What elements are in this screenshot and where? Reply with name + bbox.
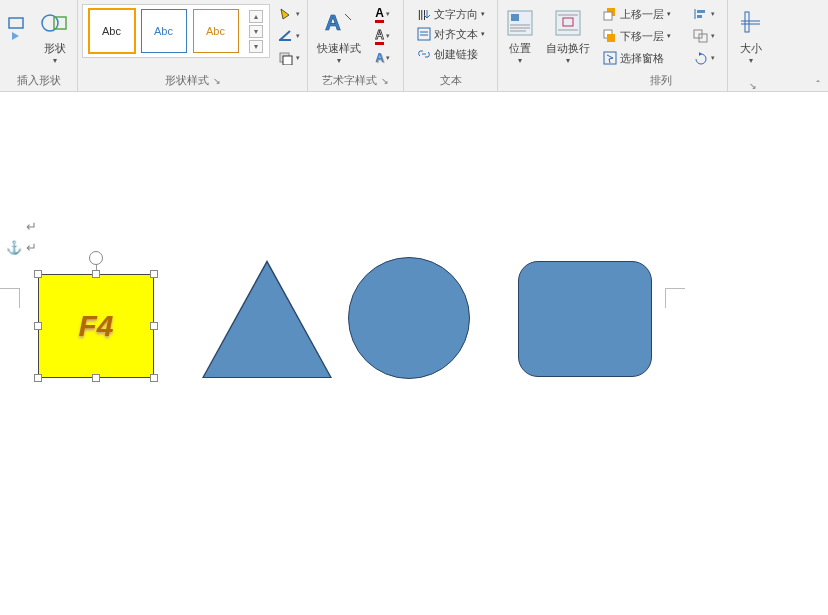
caret-icon: ▾ (296, 54, 300, 62)
group-icon (693, 29, 709, 43)
caret-icon: ▾ (667, 32, 671, 40)
group-label: 文本 (440, 70, 462, 91)
shapes-button[interactable]: 形状 ▾ (35, 4, 75, 65)
link-icon (417, 47, 431, 61)
edit-shape-icon (7, 8, 27, 48)
shape-text: F4 (78, 309, 113, 343)
rotate-icon (693, 51, 709, 65)
text-effects-button[interactable]: A ▾ (368, 48, 398, 68)
resize-handle[interactable] (150, 270, 158, 278)
shape-effects-button[interactable]: ▾ (274, 48, 304, 68)
caret-icon: ▾ (481, 10, 485, 18)
group-shape-styles: Abc Abc Abc ▴ ▾ ▾ ▾ ▾ (78, 0, 308, 91)
position-button[interactable]: 位置 ▾ (500, 4, 540, 65)
text-effects-icon: A (375, 51, 384, 65)
shapes-label: 形状 (44, 42, 66, 54)
bring-forward-button[interactable]: 上移一层▾ (601, 4, 685, 24)
text-outline-icon: A (375, 28, 384, 45)
align-text-button[interactable]: 对齐文本▾ (415, 24, 487, 44)
text-outline-button[interactable]: A ▾ (368, 26, 398, 46)
bring-forward-icon (603, 7, 617, 21)
caret-icon: ▾ (518, 56, 522, 65)
caret-icon: ▾ (337, 56, 341, 65)
page-margin-corner (0, 288, 20, 308)
send-backward-button[interactable]: 下移一层▾ (601, 26, 685, 46)
shape-outline-button[interactable]: ▾ (274, 26, 304, 46)
shape-fill-button[interactable]: ▾ (274, 4, 304, 24)
edit-shape-button[interactable] (3, 4, 31, 48)
gallery-up-icon[interactable]: ▴ (249, 10, 263, 23)
rotate-button[interactable]: ▾ (689, 48, 719, 68)
svg-rect-2 (54, 17, 66, 29)
group-label: 排列 (650, 70, 672, 91)
group-wordart-styles: A 快速样式 ▾ A ▾ A ▾ A ▾ 艺术字 (308, 0, 404, 91)
text-direction-icon: ||| (417, 7, 431, 21)
caret-icon: ▾ (711, 32, 715, 40)
resize-handle[interactable] (34, 270, 42, 278)
create-link-label: 创建链接 (434, 47, 478, 62)
resize-handle[interactable] (150, 322, 158, 330)
resize-handle[interactable] (34, 374, 42, 382)
shape-style-gallery[interactable]: Abc Abc Abc ▴ ▾ ▾ (82, 4, 270, 58)
group-arrange: 上移一层▾ 下移一层▾ 选择窗格 ▾ ▾ (594, 0, 728, 91)
shapes-icon (40, 6, 70, 40)
dialog-launcher-icon[interactable]: ↘ (749, 81, 757, 91)
text-direction-button[interactable]: ||| 文字方向▾ (415, 4, 487, 24)
quick-styles-label: 快速样式 (317, 42, 361, 54)
svg-rect-0 (9, 18, 23, 28)
group-label: 艺术字样式 (322, 70, 377, 91)
group-objects-button[interactable]: ▾ (689, 26, 719, 46)
document-canvas[interactable]: ↵ ⚓ ↵ F4 (0, 98, 828, 615)
gallery-item[interactable]: Abc (193, 9, 239, 53)
page-margin-corner (665, 288, 685, 308)
dialog-launcher-icon[interactable]: ↘ (381, 76, 389, 86)
align-button[interactable]: ▾ (689, 4, 719, 24)
gallery-scroll: ▴ ▾ ▾ (249, 10, 263, 53)
shape-circle[interactable] (348, 257, 470, 379)
shape-rectangle-selected[interactable]: F4 (38, 274, 154, 378)
resize-handle[interactable] (92, 374, 100, 382)
svg-rect-3 (279, 39, 291, 41)
svg-rect-8 (418, 28, 430, 40)
wrap-text-button[interactable]: 自动换行 ▾ (544, 4, 592, 65)
resize-handle[interactable] (34, 322, 42, 330)
caret-icon: ▾ (386, 32, 390, 40)
align-text-label: 对齐文本 (434, 27, 478, 42)
svg-rect-23 (607, 34, 615, 42)
selection-pane-label: 选择窗格 (620, 51, 664, 66)
svg-rect-27 (697, 15, 702, 18)
text-fill-icon: A (375, 6, 384, 23)
paragraph-mark-icon: ↵ (26, 240, 37, 255)
caret-icon: ▾ (481, 30, 485, 38)
create-link-button[interactable]: 创建链接 (415, 44, 480, 64)
rotation-handle[interactable] (89, 251, 103, 265)
collapse-ribbon-icon[interactable]: ˆ (811, 78, 825, 92)
gallery-down-icon[interactable]: ▾ (249, 25, 263, 38)
caret-icon: ▾ (566, 56, 570, 65)
gallery-item[interactable]: Abc (141, 9, 187, 53)
wrap-label: 自动换行 (546, 42, 590, 54)
resize-handle[interactable] (92, 270, 100, 278)
shape-rounded-rectangle[interactable] (518, 261, 652, 377)
position-label: 位置 (509, 42, 531, 54)
caret-icon: ▾ (667, 10, 671, 18)
quick-styles-button[interactable]: A 快速样式 ▾ (314, 4, 364, 65)
dialog-launcher-icon[interactable]: ↘ (213, 76, 221, 86)
size-button[interactable]: 大小 ▾ (731, 4, 771, 65)
gallery-item[interactable]: Abc (89, 9, 135, 53)
gallery-more-icon[interactable]: ▾ (249, 40, 263, 53)
wordart-icon: A (323, 6, 355, 40)
group-size: 大小 ▾ ↘ (728, 0, 774, 91)
svg-rect-5 (283, 56, 292, 65)
text-direction-label: 文字方向 (434, 7, 478, 22)
group-insert-shapes: 形状 ▾ 插入形状 (0, 0, 78, 91)
svg-text:A: A (325, 10, 341, 35)
text-fill-button[interactable]: A ▾ (368, 4, 398, 24)
selection-pane-button[interactable]: 选择窗格 (601, 48, 685, 68)
align-text-icon (417, 27, 431, 41)
wrap-icon (554, 6, 582, 40)
resize-handle[interactable] (150, 374, 158, 382)
caret-icon: ▾ (386, 54, 390, 62)
selection-pane-icon (603, 51, 617, 65)
wordart-tools: A ▾ A ▾ A ▾ (368, 4, 398, 68)
